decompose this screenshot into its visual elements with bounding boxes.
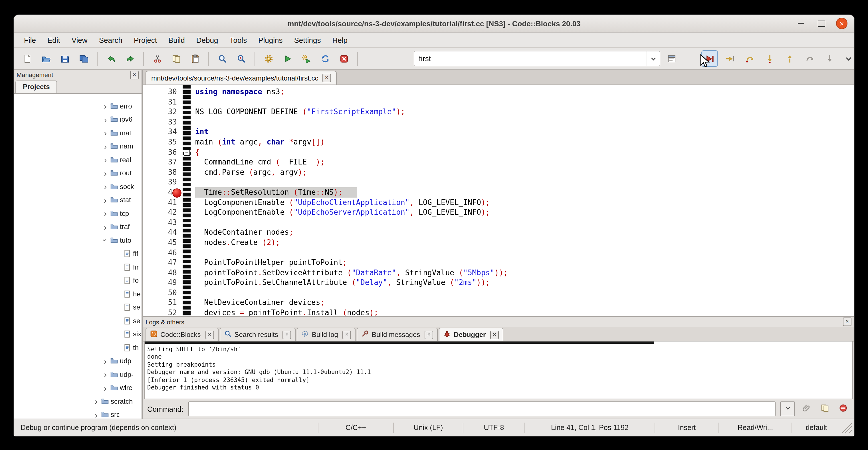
new-file-button[interactable] — [20, 51, 35, 66]
run-to-cursor-button[interactable] — [722, 51, 737, 66]
code-line[interactable]: 45 nodes.Create (2); — [143, 238, 854, 247]
chevron-collapsed-icon[interactable]: › — [92, 397, 100, 406]
log-tab-close-button[interactable]: × — [343, 330, 351, 339]
code-line[interactable]: 37 CommandLine cmd (__FILE__); — [143, 157, 854, 167]
code-editor[interactable]: 30using namespace ns3;3132NS_LOG_COMPONE… — [143, 85, 854, 316]
breakpoint-margin[interactable] — [183, 137, 191, 147]
combo-chevron-icon[interactable] — [647, 51, 660, 66]
code-text[interactable] — [191, 288, 195, 298]
chevron-collapsed-icon[interactable]: › — [101, 357, 109, 365]
close-button[interactable]: × — [836, 18, 847, 29]
search-input[interactable] — [414, 54, 647, 63]
code-text[interactable]: Time::SetResolution (Time::NS); — [191, 187, 358, 197]
menu-build[interactable]: Build — [163, 33, 191, 47]
chevron-expanded-icon[interactable]: › — [101, 237, 110, 244]
abort-button[interactable] — [336, 51, 351, 66]
tree-item-se[interactable]: se — [14, 301, 142, 314]
command-dropdown-button[interactable] — [780, 401, 795, 416]
code-line[interactable]: 49 pointToPoint.SetChannelAttribute ("De… — [143, 278, 854, 288]
code-line[interactable]: 35main (int argc, char *argv[]) — [143, 137, 854, 147]
build-button[interactable] — [261, 51, 276, 66]
code-line[interactable]: 44 NodeContainer nodes; — [143, 228, 854, 238]
breakpoint-margin[interactable] — [183, 288, 191, 298]
code-text[interactable]: NodeContainer nodes; — [191, 228, 293, 238]
menu-settings[interactable]: Settings — [288, 33, 327, 47]
minimize-button[interactable] — [795, 18, 806, 29]
chevron-collapsed-icon[interactable]: › — [92, 411, 100, 419]
code-text[interactable]: PointToPointHelper pointToPoint; — [191, 258, 347, 268]
next-line-button[interactable] — [742, 51, 757, 66]
tree-item-erro[interactable]: ›erro — [14, 99, 142, 113]
breakpoint-margin[interactable] — [183, 167, 191, 177]
tree-item-fo[interactable]: fo — [14, 274, 142, 287]
breakpoint-margin[interactable] — [183, 197, 191, 207]
code-line[interactable]: 36{ — [143, 147, 854, 157]
breakpoint-margin[interactable] — [183, 217, 191, 227]
chevron-collapsed-icon[interactable]: › — [101, 142, 109, 151]
code-text[interactable]: NetDeviceContainer devices; — [191, 298, 325, 308]
breakpoint-margin[interactable] — [183, 238, 191, 247]
resize-grip[interactable] — [842, 423, 852, 433]
tab-projects[interactable]: Projects — [16, 81, 57, 93]
menu-debug[interactable]: Debug — [191, 33, 224, 47]
menu-plugins[interactable]: Plugins — [252, 33, 288, 47]
code-line[interactable]: 51 NetDeviceContainer devices; — [143, 298, 854, 308]
next-instruction-button[interactable] — [802, 51, 817, 66]
rebuild-button[interactable] — [317, 51, 333, 66]
tree-item-ipv6[interactable]: ›ipv6 — [14, 113, 142, 126]
breakpoint-margin[interactable] — [183, 157, 191, 167]
code-text[interactable] — [191, 117, 195, 127]
breakpoint-margin[interactable] — [183, 298, 191, 308]
code-text[interactable]: int — [191, 127, 209, 137]
stop-button[interactable] — [836, 402, 850, 416]
chevron-collapsed-icon[interactable]: › — [101, 209, 109, 218]
breakpoint-margin[interactable] — [183, 247, 191, 258]
logs-close-button[interactable]: × — [843, 318, 851, 326]
breakpoint-margin[interactable] — [183, 268, 191, 277]
open-file-button[interactable] — [38, 51, 54, 66]
tree-item-mat[interactable]: ›mat — [14, 126, 142, 140]
breakpoint-margin[interactable] — [183, 207, 191, 217]
log-tab-close-button[interactable]: × — [425, 330, 433, 339]
breakpoint-margin[interactable] — [183, 187, 191, 197]
code-text[interactable]: { — [191, 147, 200, 157]
debugger-output[interactable]: Setting SHELL to '/bin/sh'doneSetting br… — [144, 341, 852, 399]
code-text[interactable] — [191, 97, 195, 107]
chevron-collapsed-icon[interactable]: › — [101, 384, 109, 392]
breakpoint-icon[interactable] — [172, 188, 182, 198]
code-text[interactable]: pointToPoint.SetDeviceAttribute ("DataRa… — [191, 268, 508, 277]
menu-file[interactable]: File — [18, 33, 42, 47]
step-into-instruction-button[interactable] — [822, 51, 837, 66]
copy-button[interactable] — [168, 51, 184, 66]
breakpoint-margin[interactable] — [183, 97, 191, 107]
copy-small-button[interactable] — [818, 402, 832, 416]
tree-item-udp[interactable]: ›udp — [14, 354, 142, 368]
toolbar-overflow-button[interactable] — [841, 51, 854, 66]
breakpoint-margin[interactable] — [183, 117, 191, 127]
chevron-collapsed-icon[interactable]: › — [101, 223, 109, 231]
breakpoint-margin[interactable] — [183, 127, 191, 137]
cut-button[interactable] — [150, 51, 165, 66]
tree-item-sock[interactable]: ›sock — [14, 180, 142, 193]
log-tab-close-button[interactable]: × — [490, 330, 499, 339]
code-line[interactable]: 38 cmd.Parse (argc, argv); — [143, 167, 854, 177]
code-line[interactable]: 43 — [143, 217, 854, 227]
replace-button[interactable]: a — [234, 51, 249, 66]
redo-button[interactable] — [122, 51, 137, 66]
menu-help[interactable]: Help — [327, 33, 353, 47]
log-tab-build-log[interactable]: Build log× — [297, 328, 356, 341]
tree-item-six[interactable]: six — [14, 328, 142, 341]
menu-edit[interactable]: Edit — [42, 33, 66, 47]
editor-tab[interactable]: mnt/dev/tools/source/ns-3-dev/examples/t… — [146, 71, 337, 85]
chevron-collapsed-icon[interactable]: › — [101, 196, 109, 205]
find-button[interactable] — [215, 51, 230, 66]
code-line[interactable]: 41 LogComponentEnable ("UdpEchoClientApp… — [143, 197, 854, 207]
command-input[interactable] — [189, 404, 775, 413]
code-text[interactable]: LogComponentEnable ("UdpEchoServerApplic… — [191, 207, 490, 217]
tree-item-nam[interactable]: ›nam — [14, 140, 142, 153]
paste-button[interactable] — [187, 51, 203, 66]
step-into-button[interactable] — [762, 51, 777, 66]
code-text[interactable]: LogComponentEnable ("UdpEchoClientApplic… — [191, 197, 490, 207]
code-text[interactable]: NS_LOG_COMPONENT_DEFINE ("FirstScriptExa… — [191, 107, 405, 117]
tree-item-he[interactable]: he — [14, 287, 142, 301]
